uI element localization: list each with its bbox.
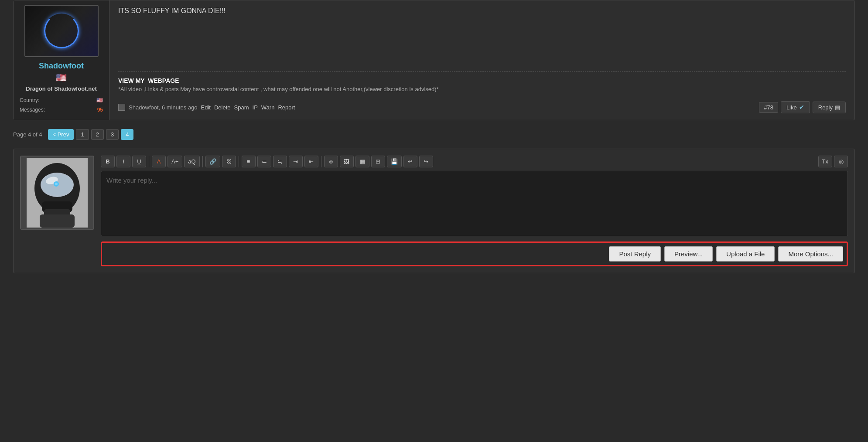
user-sidebar: Shadowfoot 🇺🇸 Dragon of Shadowfoot.net C…: [14, 0, 109, 120]
toolbar-list-ul[interactable]: ≔: [257, 156, 271, 167]
toolbar-font-size-down[interactable]: aQ: [184, 156, 199, 167]
webpage-section: VIEW MY WEBPAGE *All video ,Links & post…: [118, 77, 846, 92]
editor-avatar: [20, 156, 94, 230]
report-link[interactable]: Report: [278, 104, 295, 111]
upload-file-button[interactable]: Upload a File: [716, 246, 775, 262]
post-reply-button[interactable]: Post Reply: [609, 246, 661, 262]
toolbar-indent-out[interactable]: ⇤: [304, 156, 318, 167]
page-info: Page 4 of 4: [13, 131, 42, 138]
toolbar-align[interactable]: ≡: [242, 156, 256, 167]
post-checkbox[interactable]: [118, 104, 125, 111]
editor-right: B I U A A+ aQ 🔗 ⛓ ≡ ≔ ≒ ⇥ ⇤ ☺ 🖼 ▦: [101, 156, 848, 266]
post-content-area: ITS SO FLUFFY IM GONNA DIE!!! VIEW MY WE…: [109, 0, 854, 120]
toolbar-bold[interactable]: B: [101, 156, 115, 167]
toolbar-sep-1: [149, 156, 149, 167]
toolbar-underline[interactable]: U: [132, 156, 146, 167]
like-button[interactable]: Like ✔: [781, 101, 810, 113]
toolbar-sep-3: [239, 156, 239, 167]
ip-link[interactable]: IP: [253, 104, 258, 111]
page-button-4[interactable]: 4: [121, 129, 133, 140]
delete-link[interactable]: Delete: [214, 104, 231, 111]
user-flag: 🇺🇸: [56, 72, 67, 83]
reply-label-top: Reply: [818, 104, 833, 111]
country-label: Country:: [20, 97, 39, 103]
post-actions-left: Shadowfoot, 6 minutes ago Edit Delete Sp…: [118, 104, 295, 111]
reply-icon: ▤: [835, 104, 840, 111]
username[interactable]: Shadowfoot: [39, 61, 84, 71]
like-label: Like: [786, 104, 797, 111]
user-avatar: [24, 5, 99, 57]
toolbar-italic[interactable]: I: [116, 156, 130, 167]
user-title: Dragon of Shadowfoot.net: [26, 85, 96, 92]
page-button-1[interactable]: 1: [76, 129, 89, 140]
spam-link[interactable]: Spam: [234, 104, 249, 111]
reply-textarea[interactable]: [101, 171, 848, 236]
toolbar-special[interactable]: ◎: [834, 156, 848, 167]
country-flag: 🇺🇸: [96, 97, 103, 103]
avatar-image: [25, 6, 98, 56]
webpage-label: VIEW MY WEBPAGE: [118, 77, 846, 84]
editor-bottom-bar: Post Reply Preview... Upload a File More…: [101, 241, 848, 266]
editor-avatar-image: [21, 156, 93, 229]
toolbar-font-size-up[interactable]: A+: [167, 156, 182, 167]
toolbar-link[interactable]: 🔗: [205, 156, 220, 167]
toolbar-sep-4: [321, 156, 321, 167]
messages-row: Messages: 95: [18, 106, 105, 114]
prev-page-button[interactable]: < Prev: [48, 129, 74, 140]
post-divider: [118, 71, 846, 72]
toolbar-unlink[interactable]: ⛓: [222, 156, 236, 167]
svg-rect-9: [40, 214, 75, 228]
message-count: 95: [97, 107, 103, 113]
toolbar-remove-format[interactable]: Tx: [818, 156, 832, 167]
toolbar-indent-in[interactable]: ⇥: [289, 156, 303, 167]
editor-toolbar: B I U A A+ aQ 🔗 ⛓ ≡ ≔ ≒ ⇥ ⇤ ☺ 🖼 ▦: [101, 156, 848, 167]
toolbar-media[interactable]: ▦: [355, 156, 369, 167]
view-label-page[interactable]: WEBPAGE: [148, 77, 179, 84]
post-actions-right: #78 Like ✔ Reply ▤: [759, 101, 846, 113]
webpage-description: *All video ,Links & posts May have contr…: [118, 86, 846, 92]
pagination-bar: Page 4 of 4 < Prev 1 2 3 4: [13, 129, 855, 140]
page-wrapper: Shadowfoot 🇺🇸 Dragon of Shadowfoot.net C…: [0, 0, 868, 286]
toolbar-save[interactable]: 💾: [387, 156, 402, 167]
toolbar-redo[interactable]: ↪: [419, 156, 433, 167]
toolbar-undo[interactable]: ↩: [403, 156, 417, 167]
edit-link[interactable]: Edit: [201, 104, 211, 111]
reply-editor: B I U A A+ aQ 🔗 ⛓ ≡ ≔ ≒ ⇥ ⇤ ☺ 🖼 ▦: [13, 149, 855, 273]
user-stats: Country: 🇺🇸 Messages: 95: [18, 96, 105, 116]
toolbar-table[interactable]: ⊞: [371, 156, 385, 167]
view-label-view: VIEW MY: [118, 77, 144, 84]
svg-point-6: [55, 183, 58, 185]
post-number-badge: #78: [759, 102, 778, 113]
post-container: Shadowfoot 🇺🇸 Dragon of Shadowfoot.net C…: [13, 0, 855, 120]
warn-link[interactable]: Warn: [261, 104, 275, 111]
like-check-icon: ✔: [799, 104, 804, 111]
helmet-icon: [27, 158, 88, 228]
toolbar-emoji[interactable]: ☺: [324, 156, 338, 167]
post-author: Shadowfoot, 6 minutes ago: [129, 104, 198, 111]
more-options-button[interactable]: More Options...: [778, 246, 843, 262]
preview-button[interactable]: Preview...: [664, 246, 713, 262]
avatar-swirl-icon: [44, 14, 79, 48]
toolbar-image[interactable]: 🖼: [340, 156, 354, 167]
reply-button-top[interactable]: Reply ▤: [813, 102, 846, 113]
page-button-3[interactable]: 3: [106, 129, 119, 140]
post-actions-bar: Shadowfoot, 6 minutes ago Edit Delete Sp…: [118, 101, 846, 113]
messages-label: Messages:: [20, 107, 45, 113]
toolbar-list-ol[interactable]: ≒: [273, 156, 287, 167]
page-button-2[interactable]: 2: [91, 129, 104, 140]
toolbar-font-color[interactable]: A: [152, 156, 166, 167]
toolbar-sep-2: [202, 156, 203, 167]
country-row: Country: 🇺🇸: [18, 96, 105, 104]
post-text: ITS SO FLUFFY IM GONNA DIE!!!: [118, 7, 846, 58]
